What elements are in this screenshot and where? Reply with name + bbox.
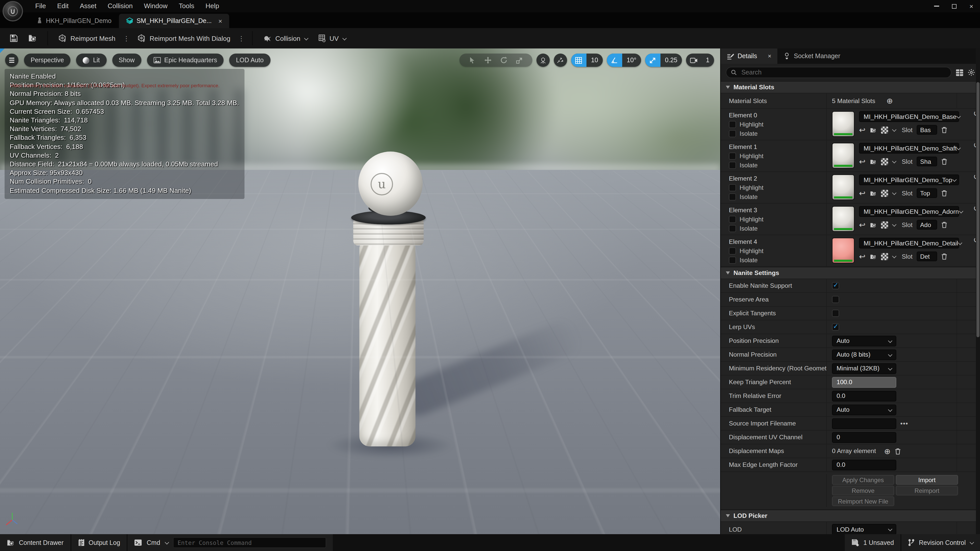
delete-slot-icon[interactable] bbox=[941, 221, 947, 228]
fallback-target-select[interactable]: Auto bbox=[832, 404, 896, 415]
lod-select[interactable]: LOD Auto bbox=[832, 524, 896, 534]
explicit-tangents-checkbox[interactable] bbox=[832, 310, 839, 317]
checkbox[interactable] bbox=[729, 248, 736, 254]
viewport-canvas[interactable]: u Perspective Lit Show Epic Headquarters bbox=[0, 48, 720, 534]
console-command-input[interactable] bbox=[173, 537, 326, 548]
use-selected-asset-icon[interactable]: ↩ bbox=[859, 189, 865, 197]
lod-picker-category[interactable]: LOD Picker bbox=[721, 510, 980, 522]
lerp-uvs-checkbox[interactable] bbox=[832, 324, 839, 330]
window-minimize-button[interactable] bbox=[928, 0, 945, 12]
material-display-options-icon[interactable] bbox=[881, 253, 888, 260]
checkbox[interactable] bbox=[729, 216, 736, 223]
material-display-options-icon[interactable] bbox=[881, 126, 888, 133]
menu-window[interactable]: Window bbox=[138, 0, 173, 12]
browse-to-asset-icon[interactable] bbox=[870, 190, 877, 196]
material-thumbnail[interactable] bbox=[832, 143, 854, 168]
revision-control-button[interactable]: Revision Control bbox=[902, 534, 980, 551]
browse-file-icon[interactable]: ••• bbox=[900, 420, 908, 427]
chevron-down-icon[interactable] bbox=[892, 128, 896, 132]
show-menu-button[interactable]: Show bbox=[112, 54, 142, 67]
rotation-snap-control[interactable]: 10° bbox=[607, 54, 641, 67]
output-log-button[interactable]: Output Log bbox=[71, 534, 127, 551]
search-input[interactable] bbox=[740, 68, 946, 76]
chevron-down-icon[interactable] bbox=[892, 254, 896, 258]
displacement-uv-channel-input[interactable]: 0 bbox=[832, 432, 896, 443]
highlight-toggle[interactable]: Highlight bbox=[729, 216, 826, 223]
material-thumbnail[interactable] bbox=[832, 175, 854, 200]
highlight-toggle[interactable]: Highlight bbox=[729, 152, 826, 160]
tab-static-mesh-editor[interactable]: SM_HKH_PillarGEN_De... × bbox=[119, 14, 229, 28]
checkbox[interactable] bbox=[729, 257, 736, 264]
window-close-button[interactable]: × bbox=[963, 0, 980, 12]
perspective-button[interactable]: Perspective bbox=[24, 54, 71, 67]
details-tab-close-icon[interactable]: × bbox=[768, 52, 771, 60]
browse-to-asset-button[interactable] bbox=[24, 30, 42, 46]
add-material-slot-icon[interactable]: ⊕ bbox=[886, 97, 893, 105]
use-selected-asset-icon[interactable]: ↩ bbox=[859, 252, 865, 260]
material-select[interactable]: MI_HKH_PillarGEN_Demo_Base bbox=[859, 111, 959, 122]
camera-speed-control[interactable]: 1 bbox=[686, 54, 714, 67]
delete-slot-icon[interactable] bbox=[941, 158, 947, 165]
save-button[interactable] bbox=[5, 30, 22, 46]
isolate-toggle[interactable]: Isolate bbox=[729, 257, 826, 264]
display-options-icon[interactable] bbox=[956, 69, 963, 76]
material-display-options-icon[interactable] bbox=[881, 158, 888, 165]
slot-name-input[interactable]: Det bbox=[917, 251, 937, 261]
menu-help[interactable]: Help bbox=[200, 0, 225, 12]
tab-close-icon[interactable]: × bbox=[218, 17, 222, 25]
delete-slot-icon[interactable] bbox=[941, 253, 947, 260]
reimport-dialog-options-icon[interactable]: ⋮ bbox=[236, 35, 247, 42]
lit-mode-button[interactable]: Lit bbox=[76, 54, 107, 67]
isolate-toggle[interactable]: Isolate bbox=[729, 130, 826, 137]
use-selected-asset-icon[interactable]: ↩ bbox=[859, 126, 865, 134]
scrollbar-thumb[interactable] bbox=[977, 82, 980, 337]
material-display-options-icon[interactable] bbox=[881, 189, 888, 197]
chevron-down-icon[interactable] bbox=[892, 223, 896, 227]
reimport-mesh-button[interactable]: Reimport Mesh bbox=[54, 30, 120, 46]
material-select[interactable]: MI_HKH_PillarGEN_Demo_Top bbox=[859, 175, 959, 185]
chevron-down-icon[interactable] bbox=[892, 160, 896, 163]
world-local-gizmo-button[interactable] bbox=[536, 54, 550, 67]
tab-details[interactable]: Details × bbox=[721, 48, 777, 64]
settings-gear-icon[interactable] bbox=[968, 69, 975, 76]
content-drawer-button[interactable]: Content Drawer bbox=[0, 534, 70, 551]
menu-collision[interactable]: Collision bbox=[102, 0, 138, 12]
lod-auto-button[interactable]: LOD Auto bbox=[229, 54, 270, 67]
surface-snapping-button[interactable] bbox=[554, 54, 567, 67]
clear-array-icon[interactable] bbox=[894, 448, 900, 454]
scale-snap-control[interactable]: 0.25 bbox=[645, 54, 682, 67]
select-tool-icon[interactable] bbox=[466, 57, 478, 64]
menu-tools[interactable]: Tools bbox=[173, 0, 200, 12]
remove-button[interactable]: Remove bbox=[832, 486, 894, 495]
delete-slot-icon[interactable] bbox=[941, 190, 947, 197]
isolate-toggle[interactable]: Isolate bbox=[729, 193, 826, 200]
nanite-settings-category[interactable]: Nanite Settings bbox=[721, 267, 980, 279]
menu-file[interactable]: File bbox=[30, 0, 52, 12]
reimport-button[interactable]: Reimport bbox=[896, 486, 958, 495]
checkbox[interactable] bbox=[729, 130, 736, 137]
tab-socket-manager[interactable]: Socket Manager bbox=[777, 48, 846, 64]
checkbox[interactable] bbox=[729, 121, 736, 128]
slot-name-input[interactable]: Sha bbox=[917, 157, 937, 166]
menu-edit[interactable]: Edit bbox=[52, 0, 74, 12]
material-select[interactable]: MI_HKH_PillarGEN_Demo_Detail bbox=[859, 238, 959, 248]
add-array-element-icon[interactable]: ⊕ bbox=[884, 447, 891, 455]
scale-tool-icon[interactable] bbox=[514, 57, 526, 64]
import-button[interactable]: Import bbox=[896, 475, 958, 485]
keep-triangle-percent-input[interactable]: 100.0 bbox=[832, 377, 896, 387]
preserve-area-checkbox[interactable] bbox=[832, 296, 839, 303]
uv-menu-button[interactable]: UV bbox=[313, 30, 350, 46]
move-tool-icon[interactable] bbox=[482, 57, 494, 64]
browse-to-asset-icon[interactable] bbox=[870, 253, 877, 259]
slot-name-input[interactable]: Top bbox=[917, 188, 937, 198]
tab-level-editor[interactable]: HKH_PillarGEN_Demo bbox=[30, 14, 119, 28]
menu-asset[interactable]: Asset bbox=[74, 0, 102, 12]
highlight-toggle[interactable]: Highlight bbox=[729, 248, 826, 254]
use-selected-asset-icon[interactable]: ↩ bbox=[859, 158, 865, 165]
material-select[interactable]: MI_HKH_PillarGEN_Demo_Adorn bbox=[859, 206, 959, 217]
grid-snap-control[interactable]: 10 bbox=[571, 54, 603, 67]
slot-name-input[interactable]: Ado bbox=[917, 220, 937, 230]
slot-name-input[interactable]: Bas bbox=[917, 125, 937, 135]
search-box[interactable] bbox=[726, 67, 951, 78]
material-display-options-icon[interactable] bbox=[881, 221, 888, 228]
